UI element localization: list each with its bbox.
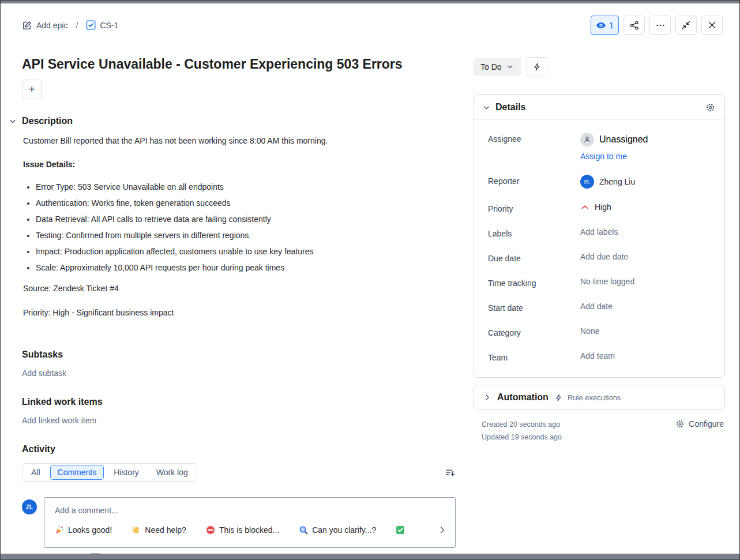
automation-panel[interactable]: Automation Rule executions <box>474 385 725 410</box>
lightning-icon <box>554 393 563 402</box>
ellipsis-icon <box>655 20 666 31</box>
list-item: Impact: Production application affected,… <box>36 246 456 257</box>
task-type-icon <box>86 20 96 30</box>
field-due-date: Due date Add due date <box>488 245 715 270</box>
add-epic-button[interactable]: Add epic <box>22 20 67 31</box>
description-content[interactable]: Customer Bill reported that the API has … <box>22 135 456 318</box>
close-button[interactable] <box>701 16 723 35</box>
tab-history[interactable]: History <box>106 465 147 480</box>
field-label: Labels <box>488 227 580 238</box>
breadcrumb: Add epic / CS-1 <box>22 20 118 31</box>
automation-quick-button[interactable] <box>527 57 547 76</box>
comment-placeholder: Add a comment... <box>55 506 447 515</box>
assignee-name: Unassigned <box>599 134 648 145</box>
assignee-value-block: Unassigned Assign to me <box>580 133 648 161</box>
field-label: Start date <box>488 302 580 313</box>
rule-executions-label: Rule executions <box>568 393 621 402</box>
details-header[interactable]: Details <box>474 95 724 120</box>
gear-icon <box>675 419 685 429</box>
chevron-down-icon <box>506 63 514 70</box>
top-bar: Add epic / CS-1 <box>22 16 723 35</box>
field-reporter: Reporter ZL Zheng Liu <box>488 168 715 196</box>
field-team: Team Add team <box>488 344 715 369</box>
watch-button[interactable]: 1 <box>591 16 619 35</box>
tab-all[interactable]: All <box>24 465 48 480</box>
comment-input[interactable]: Add a comment... <box>44 497 456 548</box>
priority-note-line: Priority: High - Significant business im… <box>22 307 456 318</box>
assignee-value[interactable]: Unassigned <box>580 133 648 146</box>
chip-label: Need help? <box>145 525 186 535</box>
subtasks-heading: Subtasks <box>22 349 456 360</box>
reporter-name: Zheng Liu <box>599 177 635 186</box>
chips-scroll-right-button[interactable] <box>438 525 447 535</box>
issue-sidebar: To Do <box>474 35 725 444</box>
details-panel: Details A <box>474 94 725 378</box>
collapse-icon <box>681 20 691 30</box>
reporter-value[interactable]: ZL Zheng Liu <box>580 175 635 189</box>
status-dropdown[interactable]: To Do <box>474 58 521 76</box>
add-content-button[interactable]: + <box>22 80 42 99</box>
share-button[interactable] <box>623 16 645 35</box>
automation-heading: Automation <box>497 392 549 403</box>
time-tracking-value[interactable]: No time logged <box>580 277 634 286</box>
issue-details-label: Issue Details: <box>22 159 456 170</box>
linked-items-heading: Linked work items <box>22 397 456 407</box>
chip-need-help[interactable]: Need help? <box>132 525 186 535</box>
quick-reply-chips: Looks good! Need he <box>55 525 447 535</box>
chevron-right-icon <box>438 525 447 535</box>
chevron-right-icon <box>483 393 491 401</box>
field-label: Reporter <box>488 175 580 186</box>
issue-title[interactable]: API Service Unavailable - Customer Exper… <box>22 56 456 73</box>
priority-value[interactable]: High <box>580 202 611 212</box>
field-label: Due date <box>488 252 580 263</box>
header-actions: 1 <box>591 16 723 35</box>
meta-row: Created 20 seconds ago Updated 19 second… <box>474 418 725 444</box>
main-columns: API Service Unavailable - Customer Exper… <box>22 35 723 554</box>
waving-hand-icon <box>132 525 141 535</box>
issue-details-list: Error Type: 503 Service Unavailable on a… <box>22 181 456 273</box>
sort-order-button[interactable] <box>445 467 456 478</box>
close-icon <box>707 20 717 30</box>
category-value[interactable]: None <box>580 326 599 336</box>
chip-clarify[interactable]: Can you clarify...? <box>299 525 376 535</box>
chevron-down-icon <box>482 103 491 112</box>
issue-main-column: API Service Unavailable - Customer Exper… <box>22 35 456 554</box>
tab-comments[interactable]: Comments <box>50 465 104 480</box>
check-mark-icon <box>396 525 405 535</box>
chip-done[interactable] <box>396 525 405 535</box>
field-start-date: Start date Add date <box>488 295 715 320</box>
activity-tabs: All Comments History Work log <box>22 463 197 482</box>
add-subtask-button[interactable]: Add subtask <box>22 369 456 378</box>
details-settings-button[interactable] <box>705 103 715 112</box>
sort-descending-icon <box>445 467 456 478</box>
window-bottom-edge <box>1 554 739 559</box>
chip-looks-good[interactable]: Looks good! <box>55 525 112 535</box>
party-popper-icon <box>55 525 64 535</box>
due-date-value[interactable]: Add due date <box>580 252 628 261</box>
list-item: Data Retrieval: All API calls to retriev… <box>36 213 456 225</box>
labels-value[interactable]: Add labels <box>580 227 618 236</box>
share-icon <box>629 20 640 31</box>
field-time-tracking: Time tracking No time logged <box>488 270 715 295</box>
priority-label: High <box>595 202 611 212</box>
tab-worklog[interactable]: Work log <box>149 465 196 480</box>
add-linked-item-button[interactable]: Add linked work item <box>22 416 456 425</box>
configure-button[interactable]: Configure <box>675 419 724 429</box>
assign-to-me-link[interactable]: Assign to me <box>580 152 648 161</box>
issue-key-label: CS-1 <box>100 21 118 30</box>
protip: Pro tip: press M to comment <box>44 553 456 554</box>
meta-dates: Created 20 seconds ago Updated 19 second… <box>482 418 562 444</box>
collapse-button[interactable] <box>675 16 697 35</box>
source-line: Source: Zendesk Ticket #4 <box>22 283 456 294</box>
activity-heading: Activity <box>22 444 456 454</box>
chevron-down-icon[interactable] <box>8 116 22 126</box>
status-label: To Do <box>480 62 502 72</box>
edit-icon <box>22 20 32 31</box>
chip-blocked[interactable]: This is blocked... <box>206 525 279 535</box>
priority-high-icon <box>580 202 589 212</box>
team-value[interactable]: Add team <box>580 351 615 360</box>
start-date-value[interactable]: Add date <box>580 302 613 311</box>
issue-key-button[interactable]: CS-1 <box>86 20 118 30</box>
keyboard-key-m: M <box>89 553 100 554</box>
more-actions-button[interactable] <box>649 16 671 35</box>
